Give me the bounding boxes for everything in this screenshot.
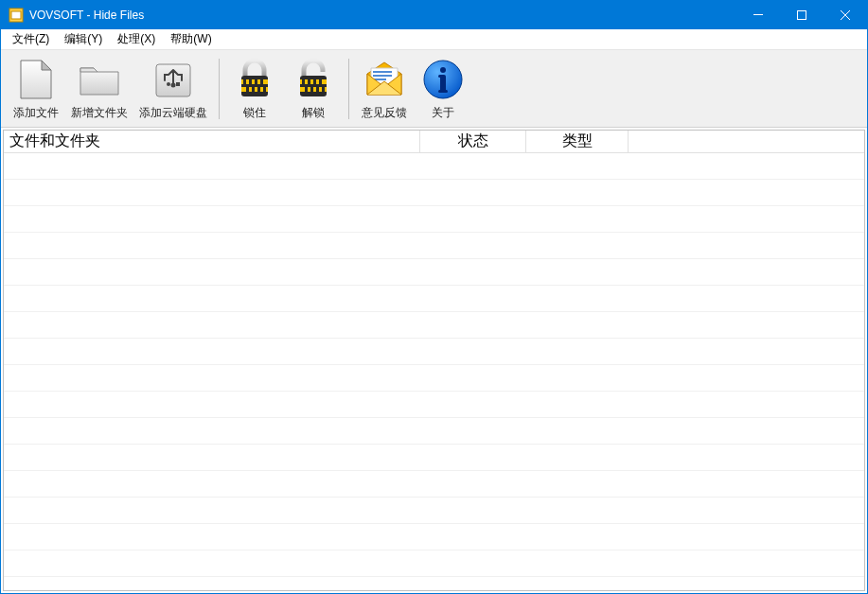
- menu-process[interactable]: 处理(X): [110, 29, 163, 49]
- folder-icon: [76, 57, 123, 103]
- svg-rect-17: [257, 87, 260, 92]
- svg-rect-12: [249, 79, 252, 84]
- toolbar-separator: [348, 59, 349, 119]
- svg-rect-23: [308, 79, 310, 84]
- menu-file[interactable]: 文件(Z): [5, 29, 57, 49]
- toolbar-label: 意见反馈: [362, 105, 407, 121]
- add-file-button[interactable]: 添加文件: [9, 55, 63, 123]
- svg-rect-33: [438, 90, 448, 93]
- menu-help[interactable]: 帮助(W): [163, 29, 219, 49]
- app-icon: [9, 8, 24, 23]
- minimize-button[interactable]: [736, 1, 780, 29]
- svg-rect-34: [438, 75, 444, 78]
- column-header-files[interactable]: 文件和文件夹: [4, 131, 420, 153]
- menu-bar: 文件(Z) 编辑(Y) 处理(X) 帮助(W): [1, 29, 867, 50]
- svg-rect-8: [241, 76, 268, 96]
- title-bar: VOVSOFT - Hide Files: [1, 1, 867, 29]
- svg-rect-2: [753, 14, 763, 15]
- column-header-status[interactable]: 状态: [420, 131, 526, 153]
- toolbar-label: 解锁: [302, 105, 325, 121]
- list-body[interactable]: [4, 153, 864, 590]
- info-icon: [419, 57, 467, 103]
- toolbar-label: 添加云端硬盘: [139, 105, 207, 121]
- about-button[interactable]: 关于: [416, 55, 470, 123]
- svg-rect-14: [260, 79, 263, 84]
- svg-point-31: [440, 67, 446, 73]
- toolbar: 添加文件 新增文件夹 添加云端硬盘: [1, 50, 867, 128]
- column-header-spacer: [629, 131, 864, 153]
- svg-rect-25: [319, 79, 322, 84]
- list-header: 文件和文件夹 状态 类型: [4, 131, 864, 153]
- lock-closed-icon: [231, 57, 278, 103]
- lock-button[interactable]: 锁住: [227, 55, 282, 123]
- toolbar-label: 添加文件: [13, 105, 59, 121]
- toolbar-label: 关于: [432, 105, 454, 121]
- svg-rect-15: [246, 87, 249, 92]
- svg-rect-3: [798, 11, 806, 20]
- svg-rect-22: [302, 79, 305, 84]
- svg-rect-13: [255, 79, 257, 84]
- svg-point-5: [167, 82, 170, 86]
- svg-rect-24: [313, 79, 316, 84]
- close-button[interactable]: [824, 1, 867, 29]
- menu-edit[interactable]: 编辑(Y): [57, 29, 110, 49]
- svg-rect-16: [252, 87, 255, 92]
- svg-rect-11: [243, 79, 246, 84]
- svg-rect-29: [322, 87, 325, 92]
- toolbar-label: 锁住: [243, 105, 266, 121]
- svg-point-7: [171, 83, 176, 88]
- feedback-button[interactable]: 意见反馈: [357, 55, 412, 123]
- lock-open-icon: [290, 57, 337, 103]
- column-header-type[interactable]: 类型: [526, 131, 629, 153]
- file-list[interactable]: 文件和文件夹 状态 类型: [3, 130, 865, 591]
- mail-icon: [361, 57, 408, 103]
- window-title: VOVSOFT - Hide Files: [29, 9, 144, 22]
- add-folder-button[interactable]: 新增文件夹: [67, 55, 132, 123]
- usb-drive-icon: [150, 57, 197, 103]
- svg-rect-18: [263, 87, 266, 92]
- svg-rect-27: [310, 87, 313, 92]
- file-icon: [12, 57, 60, 103]
- svg-rect-6: [176, 82, 180, 86]
- unlock-button[interactable]: 解锁: [286, 55, 341, 123]
- maximize-button[interactable]: [780, 1, 824, 29]
- svg-rect-19: [300, 76, 327, 96]
- toolbar-label: 新增文件夹: [71, 105, 128, 121]
- svg-rect-26: [305, 87, 308, 92]
- svg-rect-1: [11, 11, 21, 19]
- svg-rect-28: [316, 87, 319, 92]
- add-cloud-drive-button[interactable]: 添加云端硬盘: [135, 55, 211, 123]
- toolbar-separator: [219, 59, 220, 119]
